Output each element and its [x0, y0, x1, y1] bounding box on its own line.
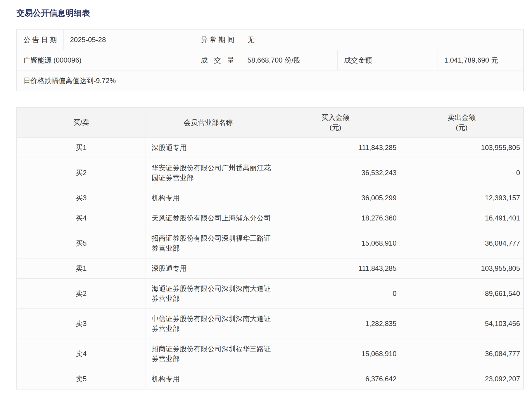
deviation-note: 日价格跌幅偏离值达到-9.72% [17, 70, 524, 91]
buy-amount-cell: 15,068,910 [271, 228, 400, 258]
table-row-buy5: 买5 招商证券股份有限公司深圳福华三路证券营业部 15,068,910 36,0… [17, 228, 524, 258]
table-row-sell3: 卖3 中信证券股份有限公司深圳深南大道证券营业部 1,282,835 54,10… [17, 309, 524, 339]
branch-cell: 天风证券股份有限公司上海浦东分公司 [146, 208, 271, 228]
summary-row-date: 公告日期 2025-05-28 异常期间 无 [17, 29, 524, 50]
sell-amount-cell: 36,084,777 [400, 228, 524, 258]
broker-rank-table: 买/卖 会员营业部名称 买入金额 (元) 卖出金额 (元) 买1 深股通专用 1… [16, 107, 524, 389]
table-row-buy1: 买1 深股通专用 111,843,285 103,955,805 [17, 138, 524, 158]
col-header-buy: 买入金额 (元) [271, 107, 400, 138]
col-header-buy-line2: (元) [273, 123, 398, 132]
buy-amount-cell: 0 [271, 279, 400, 309]
side-cell: 卖3 [17, 309, 146, 339]
side-cell: 买4 [17, 208, 146, 228]
side-cell: 卖5 [17, 369, 146, 389]
sell-amount-cell: 16,491,401 [400, 208, 524, 228]
branch-cell: 招商证券股份有限公司深圳福华三路证券营业部 [146, 228, 271, 258]
announce-date-value: 2025-05-28 [63, 29, 194, 50]
summary-row-stock: 广聚能源 (000096) 成交量 58,668,700 份/股 成交金额 1,… [17, 50, 524, 70]
branch-cell: 海通证券股份有限公司深圳深南大道证券营业部 [146, 279, 271, 309]
buy-amount-cell: 36,005,299 [271, 188, 400, 208]
abnormal-period-label: 异常期间 [194, 29, 241, 50]
col-header-sell: 卖出金额 (元) [400, 107, 524, 138]
branch-cell: 深股通专用 [146, 258, 271, 279]
sell-amount-cell: 54,103,456 [400, 309, 524, 339]
side-cell: 卖1 [17, 258, 146, 279]
sell-amount-cell: 36,084,777 [400, 339, 524, 369]
table-row-sell5: 卖5 机构专用 6,376,642 23,092,207 [17, 369, 524, 389]
branch-cell: 华安证券股份有限公司广州番禺丽江花园证券营业部 [146, 158, 271, 188]
col-header-branch: 会员营业部名称 [146, 107, 271, 138]
sell-amount-cell: 23,092,207 [400, 369, 524, 389]
summary-row-deviation: 日价格跌幅偏离值达到-9.72% [17, 70, 524, 91]
branch-cell: 机构专用 [146, 369, 271, 389]
summary-info-table: 公告日期 2025-05-28 异常期间 无 广聚能源 (000096) 成交量… [16, 29, 524, 91]
rank-table-header-row: 买/卖 会员营业部名称 买入金额 (元) 卖出金额 (元) [17, 107, 524, 138]
trade-disclosure-page: 交易公开信息明细表 公告日期 2025-05-28 异常期间 无 广聚能源 (0… [0, 0, 532, 400]
table-row-sell2: 卖2 海通证券股份有限公司深圳深南大道证券营业部 0 89,661,540 [17, 279, 524, 309]
col-header-buy-line1: 买入金额 [273, 113, 398, 123]
table-row-buy3: 买3 机构专用 36,005,299 12,393,157 [17, 188, 524, 208]
table-row-buy2: 买2 华安证券股份有限公司广州番禺丽江花园证券营业部 36,532,243 0 [17, 158, 524, 188]
branch-cell: 招商证券股份有限公司深圳福华三路证券营业部 [146, 339, 271, 369]
volume-label: 成交量 [194, 50, 241, 70]
abnormal-period-value: 无 [241, 29, 524, 50]
sell-amount-cell: 12,393,157 [400, 188, 524, 208]
volume-value: 58,668,700 份/股 [241, 50, 337, 70]
sell-amount-cell: 0 [400, 158, 524, 188]
col-header-sell-line2: (元) [402, 123, 522, 132]
table-row-sell4: 卖4 招商证券股份有限公司深圳福华三路证券营业部 15,068,910 36,0… [17, 339, 524, 369]
side-cell: 卖4 [17, 339, 146, 369]
col-header-side: 买/卖 [17, 107, 146, 138]
buy-amount-cell: 18,276,360 [271, 208, 400, 228]
side-cell: 买2 [17, 158, 146, 188]
stock-name: 广聚能源 (000096) [17, 50, 194, 70]
branch-cell: 机构专用 [146, 188, 271, 208]
branch-cell: 中信证券股份有限公司深圳深南大道证券营业部 [146, 309, 271, 339]
sell-amount-cell: 89,661,540 [400, 279, 524, 309]
buy-amount-cell: 111,843,285 [271, 138, 400, 158]
side-cell: 买3 [17, 188, 146, 208]
turnover-label: 成交金额 [337, 50, 438, 70]
sell-amount-cell: 103,955,805 [400, 258, 524, 279]
side-cell: 买1 [17, 138, 146, 158]
announce-date-label: 公告日期 [17, 29, 63, 50]
side-cell: 买5 [17, 228, 146, 258]
buy-amount-cell: 1,282,835 [271, 309, 400, 339]
page-title: 交易公开信息明细表 [16, 8, 523, 18]
table-row-sell1: 卖1 深股通专用 111,843,285 103,955,805 [17, 258, 524, 279]
side-cell: 卖2 [17, 279, 146, 309]
buy-amount-cell: 36,532,243 [271, 158, 400, 188]
buy-amount-cell: 6,376,642 [271, 369, 400, 389]
turnover-value: 1,041,789,690 元 [438, 50, 524, 70]
table-row-buy4: 买4 天风证券股份有限公司上海浦东分公司 18,276,360 16,491,4… [17, 208, 524, 228]
col-header-sell-line1: 卖出金额 [402, 113, 522, 123]
buy-amount-cell: 111,843,285 [271, 258, 400, 279]
buy-amount-cell: 15,068,910 [271, 339, 400, 369]
branch-cell: 深股通专用 [146, 138, 271, 158]
sell-amount-cell: 103,955,805 [400, 138, 524, 158]
